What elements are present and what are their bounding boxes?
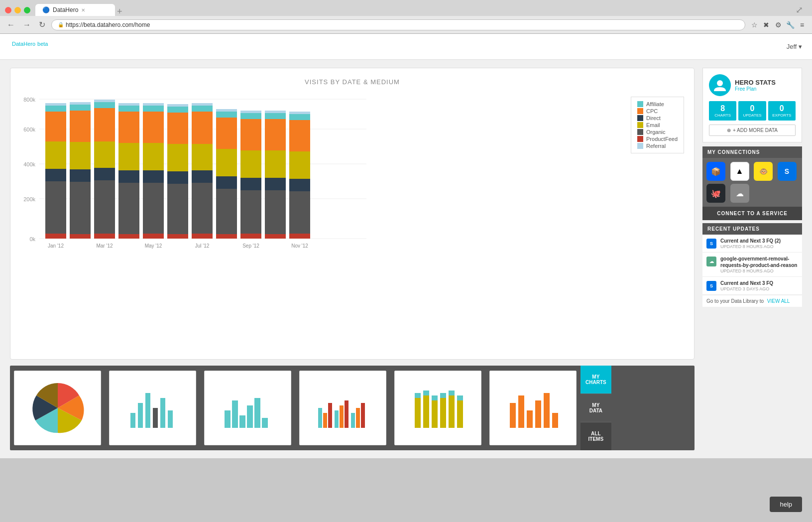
svg-rect-100 — [323, 413, 327, 428]
menu-icon[interactable]: ≡ — [797, 20, 807, 30]
update-item-2[interactable]: ☁ google-government-removal-requests-by-… — [702, 253, 802, 277]
thumbnail-5[interactable] — [394, 371, 481, 445]
svg-rect-106 — [356, 408, 360, 428]
update-item-3[interactable]: S Current and Next 3 FQ UPDATED 3 DAYS A… — [702, 277, 802, 295]
svg-rect-62 — [118, 112, 139, 143]
app-logo: DataHerobeta — [10, 40, 48, 53]
svg-text:0k: 0k — [29, 236, 35, 242]
ssl-lock-icon: 🔒 — [58, 22, 64, 27]
close-button[interactable] — [5, 7, 11, 13]
svg-rect-47 — [289, 120, 310, 151]
svg-rect-49 — [289, 112, 310, 114]
svg-rect-120 — [510, 403, 516, 428]
svg-rect-52 — [70, 182, 91, 234]
new-tab-button[interactable]: + — [117, 7, 122, 16]
update-icon-1: S — [706, 239, 716, 249]
extension-icon2[interactable]: 🔧 — [785, 20, 795, 30]
bar-direct-1 — [45, 169, 66, 181]
settings-icon[interactable]: ⚙ — [773, 20, 783, 30]
back-button[interactable]: ← — [5, 19, 17, 30]
svg-rect-67 — [167, 171, 188, 184]
svg-rect-22 — [143, 143, 164, 170]
smartsheet-connection[interactable]: S — [778, 162, 797, 181]
dropbox-connection[interactable]: 📦 — [706, 162, 725, 181]
thumbnail-1[interactable] — [14, 371, 101, 445]
forward-button[interactable]: → — [21, 19, 33, 30]
svg-text:600k: 600k — [23, 127, 35, 132]
my-data-button[interactable]: MYDATA — [580, 393, 611, 422]
browser-tab[interactable]: 🔵 DataHero ✕ — [35, 4, 115, 16]
maximize-button[interactable] — [24, 7, 30, 13]
svg-rect-110 — [423, 395, 429, 428]
svg-rect-81 — [265, 178, 286, 190]
svg-rect-104 — [345, 400, 348, 428]
svg-rect-73 — [216, 189, 237, 234]
view-all-link[interactable]: VIEW ALL — [767, 298, 790, 304]
gdrive-connection[interactable]: ▲ — [730, 162, 749, 181]
svg-text:Nov '12: Nov '12 — [291, 243, 308, 249]
update-text-1: Current and Next 3 FQ (2) UPDATED 8 HOUR… — [720, 238, 781, 249]
svg-rect-97 — [254, 398, 260, 428]
svg-rect-123 — [535, 400, 541, 428]
update-item-1[interactable]: S Current and Next 3 FQ (2) UPDATED 8 HO… — [702, 235, 802, 253]
right-sidebar: HERO STATS Free Plan 8 CHARTS 0 UPDATES … — [702, 68, 802, 450]
content-area: VISITS BY DATE & MEDIUM 800k 600k 400k 2… — [10, 68, 695, 450]
thumbnail-3[interactable] — [204, 371, 291, 445]
svg-rect-11 — [94, 234, 115, 239]
bookmark-icon[interactable]: ☆ — [749, 20, 759, 30]
svg-rect-116 — [449, 395, 455, 428]
github-connection[interactable]: 🐙 — [706, 184, 725, 203]
add-more-data-button[interactable]: ⊕ + ADD MORE DATA — [709, 125, 796, 136]
hero-plan-label: Free Plan — [735, 86, 776, 92]
user-menu[interactable]: Jeff ▾ — [787, 43, 802, 50]
svg-rect-96 — [247, 405, 253, 428]
svg-rect-60 — [118, 170, 139, 183]
all-items-button[interactable]: ALLITEMS — [580, 422, 611, 450]
svg-text:Mar '12: Mar '12 — [96, 243, 113, 249]
svg-text:400k: 400k — [23, 161, 35, 167]
refresh-button[interactable]: ↻ — [37, 19, 47, 30]
help-button[interactable]: help — [770, 497, 802, 512]
connect-to-service-button[interactable]: CONNECT TO A SERVICE — [702, 207, 802, 220]
svg-rect-40 — [240, 113, 261, 119]
svg-rect-33 — [192, 103, 213, 106]
thumbnail-2[interactable] — [109, 371, 196, 445]
stats-row: 8 CHARTS 0 UPDATES 0 EXPORTS — [709, 101, 796, 121]
tab-title: DataHero — [53, 6, 78, 13]
cloud-connection[interactable]: ☁ — [730, 184, 749, 203]
svg-rect-88 — [138, 403, 143, 428]
tab-close-icon[interactable]: ✕ — [81, 7, 85, 13]
connections-header: MY CONNECTIONS — [702, 146, 802, 158]
svg-rect-69 — [167, 113, 188, 144]
svg-rect-24 — [143, 106, 164, 112]
svg-rect-80 — [265, 190, 286, 234]
svg-rect-39 — [240, 119, 261, 150]
update-icon-3: S — [706, 281, 716, 291]
svg-rect-15 — [94, 108, 115, 141]
bar-cpc-1 — [45, 112, 66, 141]
extension-icon1[interactable]: ✖ — [761, 20, 771, 30]
svg-rect-87 — [130, 413, 135, 428]
svg-rect-107 — [361, 403, 365, 428]
main-chart-area: VISITS BY DATE & MEDIUM 800k 600k 400k 2… — [10, 68, 695, 360]
svg-rect-65 — [167, 234, 188, 239]
mailchimp-connection[interactable]: 🐵 — [754, 162, 773, 181]
svg-rect-12 — [94, 180, 115, 234]
thumbnail-4[interactable] — [299, 371, 386, 445]
connections-grid: 📦 ▲ 🐵 S 🐙 ☁ — [702, 158, 802, 207]
bar-email-1 — [45, 141, 66, 169]
url-bar[interactable]: 🔒 https://beta.datahero.com/home — [51, 19, 745, 30]
view-all-section: Go to your Data Library to VIEW ALL — [702, 295, 802, 307]
svg-rect-29 — [192, 170, 213, 183]
plus-icon: ⊕ — [727, 128, 731, 133]
svg-text:Jan '12: Jan '12 — [48, 243, 64, 249]
thumbnail-6[interactable] — [489, 371, 577, 445]
side-nav-buttons: MYCHARTS MYDATA ALLITEMS — [580, 366, 611, 450]
svg-rect-91 — [160, 398, 165, 428]
svg-rect-63 — [118, 106, 139, 112]
minimize-button[interactable] — [14, 7, 21, 13]
my-charts-button[interactable]: MYCHARTS — [580, 366, 611, 393]
resize-icon[interactable]: ⤢ — [796, 4, 803, 15]
thumbnails-row: MYCHARTS MYDATA ALLITEMS — [10, 366, 695, 450]
svg-rect-125 — [552, 413, 558, 428]
